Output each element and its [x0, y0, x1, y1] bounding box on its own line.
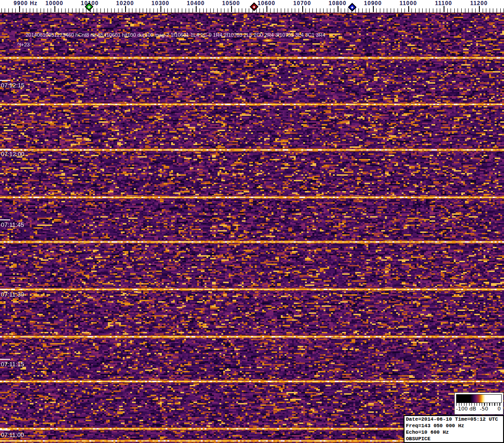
freq-tick	[391, 8, 391, 13]
freq-tick	[249, 8, 249, 13]
freq-tick	[394, 8, 394, 13]
time-label: 07:11:15	[1, 361, 24, 368]
freq-tick	[231, 6, 232, 12]
freq-tick	[68, 8, 69, 13]
freq-tick	[157, 8, 158, 13]
freq-tick	[277, 8, 278, 13]
freq-tick	[490, 8, 490, 13]
freq-tick	[376, 8, 377, 13]
freq-tick	[398, 8, 398, 13]
freq-tick	[444, 6, 444, 12]
cursor-time-note: ^t+23	[17, 42, 30, 47]
freq-tick	[355, 8, 356, 13]
freq-tick-label: 10900	[364, 0, 382, 7]
freq-tick	[171, 8, 172, 13]
freq-tick	[139, 8, 140, 13]
freq-tick	[79, 8, 80, 13]
colorbar-label-mid: -50	[480, 406, 488, 412]
freq-tick	[136, 8, 136, 13]
freq-tick	[302, 6, 303, 12]
freq-tick	[242, 8, 242, 13]
freq-tick	[76, 8, 76, 13]
freq-tick	[72, 8, 73, 13]
freq-tick	[30, 8, 30, 13]
freq-tick	[228, 8, 228, 13]
freq-tick	[210, 8, 211, 13]
freq-tick	[373, 6, 374, 12]
time-tick	[0, 219, 10, 220]
spectrogram-app: 9900 Hz100001010010200103001040010500106…	[0, 0, 504, 443]
freq-tick	[160, 6, 161, 12]
freq-tick	[97, 8, 97, 13]
freq-tick	[164, 8, 165, 13]
freq-tick	[189, 8, 189, 13]
freq-tick	[458, 8, 458, 13]
freq-tick	[213, 8, 214, 13]
freq-tick	[107, 8, 108, 13]
freq-tick	[334, 8, 334, 13]
freq-tick	[358, 8, 359, 13]
time-tick	[0, 359, 10, 360]
freq-tick	[426, 8, 426, 13]
freq-tick-label: 10200	[116, 0, 134, 7]
freq-tick	[366, 8, 366, 13]
freq-tick	[411, 8, 412, 13]
freq-tick	[203, 8, 204, 13]
freq-tick	[61, 8, 62, 13]
freq-tick-label: 10000	[46, 0, 63, 7]
freq-tick	[239, 8, 239, 13]
freq-tick	[51, 8, 51, 13]
freq-tick	[192, 8, 193, 13]
freq-tick	[186, 8, 186, 13]
freq-tick	[19, 6, 20, 12]
freq-tick	[143, 8, 143, 13]
colorbar-label-max: 0	[497, 406, 501, 412]
freq-tick	[146, 8, 147, 13]
freq-tick-label: 10300	[152, 0, 169, 7]
freq-tick	[86, 8, 86, 13]
freq-tick	[348, 8, 348, 13]
freq-tick	[323, 8, 324, 13]
freq-tick	[93, 8, 94, 13]
freq-tick	[263, 8, 264, 13]
freq-tick	[281, 8, 281, 13]
freq-tick	[475, 8, 476, 13]
freq-tick	[341, 8, 341, 13]
freq-tick	[182, 8, 182, 13]
time-label: 07:11:00	[1, 431, 24, 438]
freq-tick	[440, 8, 440, 13]
freq-tick	[468, 8, 469, 13]
freq-tick-label: 10600	[258, 0, 275, 7]
freq-tick	[33, 8, 33, 13]
freq-tick	[178, 8, 179, 13]
freq-tick	[122, 8, 122, 13]
freq-tick	[37, 8, 37, 13]
freq-tick	[384, 8, 384, 13]
freq-tick	[447, 8, 448, 13]
freq-tick	[486, 8, 486, 13]
freq-tick-label: 11000	[399, 0, 417, 7]
freq-tick	[58, 8, 59, 13]
freq-tick	[150, 8, 150, 13]
freq-tick	[401, 8, 402, 13]
freq-tick	[1, 8, 2, 13]
freq-tick	[245, 8, 246, 13]
freq-tick	[118, 8, 119, 13]
freq-tick	[217, 8, 218, 13]
freq-tick-label: 10700	[293, 0, 311, 7]
spectrogram-canvas[interactable]	[0, 13, 504, 443]
detection-info-text: 20140610051223460 hCnt8 nb-85 f10601 hit…	[26, 32, 325, 38]
freq-tick	[104, 8, 105, 13]
freq-tick	[483, 8, 483, 13]
freq-tick	[429, 8, 430, 13]
freq-tick	[224, 8, 225, 13]
info-line-freq: Freq=143 050 000 Hz	[406, 423, 502, 429]
freq-tick	[114, 8, 115, 13]
freq-tick	[493, 8, 493, 13]
freq-tick	[330, 8, 331, 13]
freq-tick	[15, 8, 16, 13]
freq-tick-label: 11200	[470, 0, 488, 7]
freq-tick	[305, 8, 306, 13]
freq-tick	[8, 8, 9, 13]
freq-tick	[380, 8, 380, 13]
